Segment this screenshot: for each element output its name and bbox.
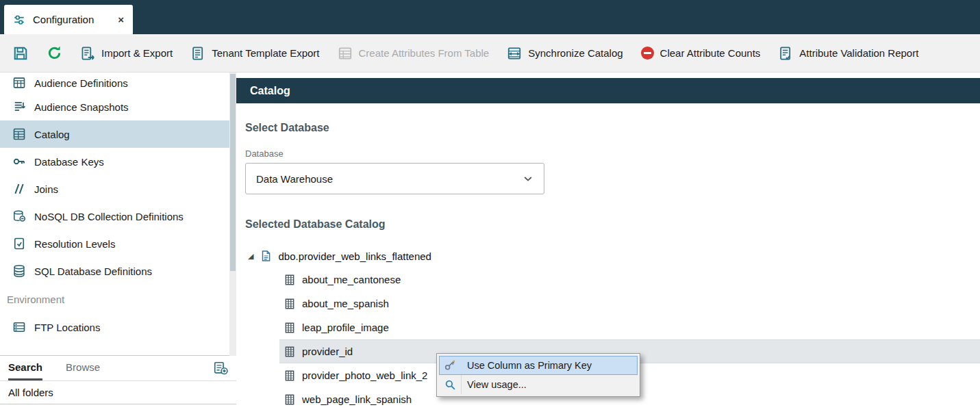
tree-column-about_me_spanish[interactable]: about_me_spanish [279,292,980,315]
sidebar-item-label: Resolution Levels [34,238,115,250]
clear-attribute-counts-label: Clear Attribute Counts [660,47,761,59]
minus-circle-icon [641,47,654,60]
sidebar-scrollbar-thumb[interactable] [230,74,236,271]
sidebar-item-label: Catalog [34,129,70,140]
menu-item-label: View usage... [467,379,527,390]
table-document-icon [260,250,272,262]
refresh-icon [47,45,62,61]
tree-column-label: about_me_spanish [302,298,389,309]
resolution-levels-icon [12,237,26,250]
ftp-server-icon [12,320,26,334]
sidebar-item-label: Joins [34,183,58,195]
synchronize-catalog-button[interactable]: Synchronize Catalog [507,46,623,61]
tree-column-label: provider_id [302,346,353,357]
panel-title: Catalog [236,78,980,103]
selected-database-catalog-heading: Selected Database Catalog [245,218,980,231]
page-export-icon [190,46,205,61]
menu-item-use-column-as-primary-key[interactable]: Use Column as Primary Key [439,356,638,375]
column-icon [284,322,296,334]
audience-definitions-icon [12,76,26,90]
tab-title: Configuration [33,14,94,25]
sidebar-item-label: Audience Snapshots [34,101,129,113]
tab-browse[interactable]: Browse [66,356,100,380]
key-icon [12,155,26,168]
sidebar-tabs: Search Browse [0,355,236,381]
clear-attribute-counts-button[interactable]: Clear Attribute Counts [641,47,761,60]
database-select[interactable]: Data Warehouse [245,163,544,194]
toolbar: Import & Export Tenant Template Export C… [0,34,980,73]
save-button[interactable] [12,45,29,62]
sql-database-icon [12,264,26,278]
audience-snapshots-icon [12,100,26,114]
window-header: Configuration × [0,0,980,34]
catalog-icon [12,127,26,141]
sidebar-item-audience-definitions[interactable]: Audience Definitions [0,73,229,93]
tab-close-icon[interactable]: × [118,14,124,25]
tree-column-label: about_me_cantonese [302,274,401,285]
create-attributes-from-table-label: Create Attributes From Table [359,47,490,59]
sidebar: Audience Definitions Audience Snapshots [0,73,236,413]
tree-expand-icon[interactable]: ◢ [248,253,253,260]
sidebar-item-label: FTP Locations [34,322,100,333]
tab-configuration[interactable]: Configuration × [4,5,133,34]
tenant-template-export-label: Tenant Template Export [212,47,319,59]
column-icon [284,393,296,406]
sidebar-item-joins[interactable]: Joins [0,175,229,203]
joins-icon [12,182,26,196]
tab-search[interactable]: Search [8,356,42,380]
table-icon [338,46,353,61]
tree-root-row[interactable]: ◢ dbo.provider_web_links_flattened [245,244,980,268]
database-field-label: Database [245,148,980,159]
sidebar-item-label: Database Keys [34,156,104,168]
sidebar-section-environment: Environment [0,285,229,313]
tree-column-leap_profile_image[interactable]: leap_profile_image [279,315,980,339]
column-icon [284,298,296,310]
attribute-validation-report-label: Attribute Validation Report [799,47,918,59]
primary-key-icon [440,359,460,372]
refresh-button[interactable] [47,45,62,61]
tree-root-label: dbo.provider_web_links_flattened [278,250,431,262]
sidebar-item-label: Audience Definitions [34,77,128,89]
tenant-template-export-button[interactable]: Tenant Template Export [190,46,319,61]
select-database-heading: Select Database [245,122,980,134]
context-menu: Use Column as Primary Key View usage... [436,353,640,397]
save-icon [12,45,29,62]
magnifier-icon [440,379,460,391]
nosql-db-icon [12,209,26,223]
tree-column-label: leap_profile_image [302,322,389,333]
all-folders-item[interactable]: All folders [0,381,236,404]
tree-column-label: provider_photo_web_link_2 [302,370,427,381]
tree-column-label: web_page_link_spanish [302,393,412,405]
sidebar-item-catalog[interactable]: Catalog [0,120,229,148]
table-sync-icon [507,46,522,61]
chevron-down-icon [523,173,533,184]
sidebar-item-nosql-db-collection-definitions[interactable]: NoSQL DB Collection Definitions [0,203,229,230]
menu-item-view-usage[interactable]: View usage... [439,375,638,394]
tree-column-about_me_cantonese[interactable]: about_me_cantonese [279,268,980,292]
column-icon [284,274,296,286]
add-folder-button[interactable] [213,361,228,376]
import-export-label: Import & Export [101,47,173,59]
page-arrows-icon [80,46,95,61]
sidebar-scrollbar[interactable] [229,73,236,356]
column-icon [284,370,296,382]
sliders-icon [13,14,25,26]
sidebar-item-resolution-levels[interactable]: Resolution Levels [0,230,229,257]
report-icon [778,46,793,61]
import-export-button[interactable]: Import & Export [80,46,173,61]
database-select-value: Data Warehouse [256,173,333,185]
sidebar-item-database-keys[interactable]: Database Keys [0,148,229,175]
create-attributes-from-table-button: Create Attributes From Table [338,46,490,61]
sidebar-item-ftp-locations[interactable]: FTP Locations [0,313,229,341]
column-icon [284,346,296,358]
sidebar-item-sql-database-definitions[interactable]: SQL Database Definitions [0,257,229,285]
menu-item-label: Use Column as Primary Key [467,360,592,371]
attribute-validation-report-button[interactable]: Attribute Validation Report [778,46,918,61]
sidebar-item-audience-snapshots[interactable]: Audience Snapshots [0,93,229,120]
synchronize-catalog-label: Synchronize Catalog [528,47,623,59]
sidebar-item-label: SQL Database Definitions [34,266,152,277]
sidebar-item-label: NoSQL DB Collection Definitions [34,211,184,222]
